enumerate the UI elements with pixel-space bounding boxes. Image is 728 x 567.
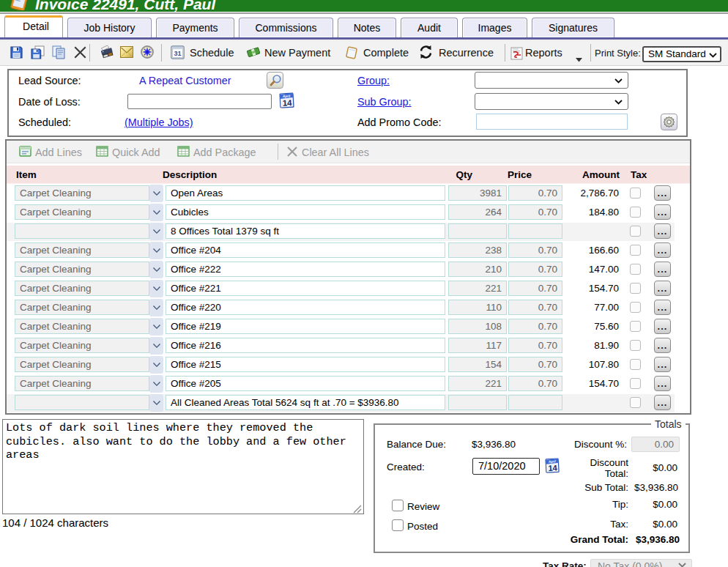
svg-text:14: 14 [282,98,292,108]
svg-text:April: April [282,94,291,99]
svg-text:31: 31 [174,50,182,57]
